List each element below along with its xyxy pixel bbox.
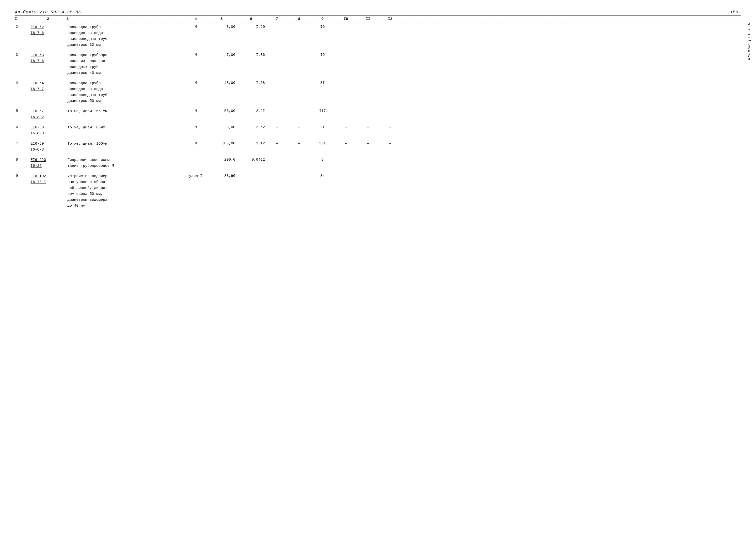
row-col11: –	[357, 141, 379, 146]
table-row: 9 ЕI6-I92 I6-I8-I Устройство водомер-ных…	[15, 173, 741, 209]
row-col12: –	[379, 24, 401, 29]
row-col6: 3,I2	[236, 141, 266, 146]
row-num: 5	[15, 109, 29, 113]
row-col12: –	[379, 109, 401, 113]
row-col6: I,68	[236, 81, 266, 85]
table-row: 5 ЕI6-67 I6-8-2 То же, диам. 65 мм М 53,…	[15, 109, 741, 120]
row-desc: То же, диам. IOОмм	[67, 141, 185, 147]
row-col7: –	[266, 52, 288, 57]
row-unit: М	[185, 109, 207, 113]
row-col8: –	[288, 125, 310, 129]
row-col7: –	[266, 24, 288, 29]
col-header-7: 7	[266, 17, 288, 21]
row-num: 4	[15, 81, 29, 85]
row-num: 9	[15, 173, 29, 178]
column-headers: I 2 3 4 5 6 7 8 9 IO II I2	[15, 15, 741, 22]
row-col9: 33I	[310, 141, 335, 146]
row-num: 6	[15, 125, 29, 129]
row-col11: –	[357, 109, 379, 113]
table-row: 2 ЕI6-52 I6-7-6 Прокладка трубо-проводов…	[15, 24, 741, 48]
page-number: -159-	[728, 10, 741, 14]
row-col9: 84	[310, 173, 335, 178]
row-col9: II7	[310, 109, 335, 113]
row-col5: 7,00	[207, 52, 236, 57]
row-col12: –	[379, 141, 401, 146]
col-header-8: 8	[288, 17, 310, 21]
row-code: ЕI6-69 I6-8-3	[29, 141, 67, 153]
row-col8: –	[288, 109, 310, 113]
row-desc: Прокладка трубо-проводов из водо-газопро…	[67, 24, 185, 48]
row-col9: IO	[310, 52, 335, 57]
row-unit	[185, 157, 207, 158]
col-header-4: 4	[185, 17, 207, 21]
col-header-9: 9	[310, 17, 335, 21]
row-col12: –	[379, 81, 401, 85]
col-header-12: I2	[379, 17, 401, 21]
row-col11: –	[357, 52, 379, 57]
row-col8: –	[288, 141, 310, 146]
row-col7: –	[266, 173, 288, 178]
row-col10: –	[335, 24, 357, 29]
row-unit: М	[185, 52, 207, 57]
row-col8: –	[288, 52, 310, 57]
row-col10: –	[335, 109, 357, 113]
row-col9: 8I	[310, 81, 335, 85]
row-col7: –	[266, 109, 288, 113]
row-unit: М	[185, 81, 207, 85]
row-code: ЕI6-53 I6-7-6	[29, 52, 67, 64]
col-header-1: I	[15, 17, 29, 21]
top-bar: АльбомXч.2тп.503-4.35.86 -159-	[15, 10, 741, 14]
row-col11: –	[357, 173, 379, 178]
row-num: 8	[15, 157, 29, 162]
row-col10: –	[335, 81, 357, 85]
table-row: 7 ЕI6-69 I6-8-3 То же, диам. IOОмм М IO6…	[15, 141, 741, 153]
row-code: ЕI6-67 I6-8-2	[29, 109, 67, 120]
row-col5: 8,00	[207, 24, 236, 29]
row-num: 3	[15, 52, 29, 57]
row-col7: –	[266, 157, 288, 162]
row-unit: М	[185, 24, 207, 29]
row-num: 2	[15, 24, 29, 29]
table-row: 6 ЕI6-68 I6-8-3 То же, диам. 80мм М 8,00…	[15, 125, 741, 137]
row-col7: –	[266, 141, 288, 146]
col-header-3: 3	[67, 17, 185, 21]
row-col12: –	[379, 173, 401, 178]
row-desc: Устройство водомер-ных узлов с обвод-ной…	[67, 173, 185, 209]
row-unit: М	[185, 125, 207, 129]
row-col5: 48,00	[207, 81, 236, 85]
row-col6: 2,2I	[236, 109, 266, 113]
row-desc: То же, диам. 65 мм	[67, 109, 185, 114]
col-header-2: 2	[29, 17, 67, 21]
row-col11: –	[357, 24, 379, 29]
table-body: 2 ЕI6-52 I6-7-6 Прокладка трубо-проводов…	[15, 24, 741, 209]
row-col10: –	[335, 52, 357, 57]
col-header-11: II	[357, 17, 379, 21]
row-col11: –	[357, 81, 379, 85]
col-header-5: 5	[207, 17, 236, 21]
row-col6: 0,0422	[236, 157, 266, 162]
row-col6: I,20	[236, 24, 266, 29]
row-col10: –	[335, 125, 357, 129]
row-desc: Прокладка трубопро-водов из водогазо-про…	[67, 52, 185, 76]
col-header-6: 6	[236, 17, 266, 21]
row-code: ЕI6-220 I6-22	[29, 157, 67, 169]
row-desc: То же, диам. 80мм	[67, 125, 185, 131]
row-col8: –	[288, 24, 310, 29]
row-col7: –	[266, 125, 288, 129]
row-col10: –	[335, 157, 357, 162]
row-col5: 83,90	[207, 173, 236, 178]
row-code: ЕI6-68 I6-8-3	[29, 125, 67, 137]
table-row: 4 ЕI6-54 I6-7-7 Прокладка трубо-проводов…	[15, 81, 741, 104]
row-col9: IO	[310, 24, 335, 29]
row-col9: 2I	[310, 125, 335, 129]
row-col6: I,36	[236, 52, 266, 57]
row-unit: М	[185, 141, 207, 146]
row-col5: 8,00	[207, 125, 236, 129]
table-row: 3 ЕI6-53 I6-7-6 Прокладка трубопро-водов…	[15, 52, 741, 76]
row-col8: –	[288, 81, 310, 85]
col-header-10: IO	[335, 17, 357, 21]
row-col11: –	[357, 125, 379, 129]
row-desc: Гидравлическое испы-тание трубопроводов …	[67, 157, 185, 169]
sidebar-text: Альбом (X) Т.П.	[747, 20, 752, 60]
row-col7: –	[266, 81, 288, 85]
